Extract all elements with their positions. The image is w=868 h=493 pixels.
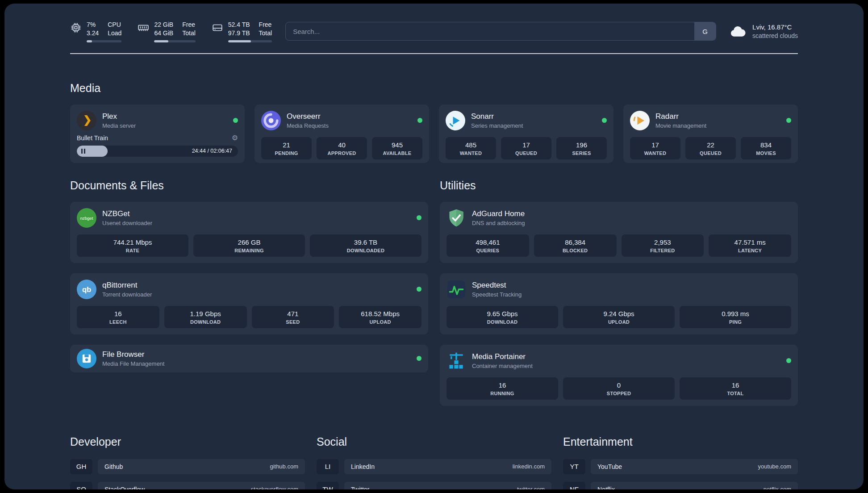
nzbget-icon[interactable]: nzbget [77,208,96,228]
bookmark-name: Netflix [597,486,615,489]
gear-icon[interactable]: ⚙ [232,134,238,142]
adguard-icon[interactable] [447,208,466,228]
qbittorrent-icon[interactable]: qb [77,280,96,299]
service-name[interactable]: Sonarr [471,112,523,121]
bookmark-stackoverflow[interactable]: SO StackOverflow stackoverflow.com [70,482,305,489]
service-subtitle: Torrent downloader [102,291,152,298]
service-subtitle: Media Requests [287,122,329,129]
stat-download: 9.65 Gbps DOWNLOAD [447,306,558,328]
status-dot [417,118,422,123]
bookmark-name: StackOverflow [104,486,145,489]
disk-labels: Free Total [259,21,272,38]
stat-approved: 40 APPROVED [317,137,367,159]
dashboard-page: 7% 3.24 CPU Load [4,4,864,489]
service-name[interactable]: Speedtest [472,281,522,290]
filebrowser-icon[interactable] [77,349,96,368]
service-card-sonarr: Sonarr Series management 485 WANTED 17 Q… [439,104,613,163]
memory-values: 22 GiB 64 GiB [154,21,173,38]
memory-free: 22 GiB [154,21,173,29]
track-title: Bullet Train [77,134,108,142]
now-playing-widget: Bullet Train ⚙ 24:44 / 02:06:47 [77,134,238,157]
service-card-speedtest: Speedtest Speedtest Tracking 9.65 Gbps D… [440,273,798,334]
cpu-widget: 7% 3.24 CPU Load [70,21,121,42]
bookmark-domain: linkedin.com [513,463,545,470]
speedtest-icon[interactable] [447,280,466,299]
section-title-media: Media [70,82,798,95]
cpu-values: 7% 3.24 [87,21,99,38]
cpu-progress-bar [87,40,121,42]
service-subtitle: Media File Management [102,360,164,367]
weather-widget: Lviv, 16.87°C scattered clouds [730,23,798,40]
stat-available: 945 AVAILABLE [372,137,422,159]
search-input[interactable] [286,22,694,40]
weather-condition: scattered clouds [752,32,798,40]
stat-latency: 47.571 ms LATENCY [709,234,791,257]
topbar-divider [70,53,798,54]
memory-icon [138,22,149,33]
bookmark-domain: youtube.com [758,463,791,470]
radarr-icon[interactable] [630,111,650,130]
stat-queries: 498,461 QUERIES [447,234,529,257]
bookmark-name: YouTube [597,463,622,470]
service-subtitle: Media server [102,122,136,129]
bookmark-twitter[interactable]: TW Twitter twitter.com [317,482,551,489]
cpu-labels: CPU Load [108,21,121,38]
service-name[interactable]: NZBGet [102,209,152,218]
memory-labels: Free Total [182,21,196,38]
service-subtitle: Container management [472,363,533,369]
bookmark-domain: github.com [270,463,298,470]
bookmark-domain: twitter.com [517,486,545,489]
disk-icon [212,22,223,33]
disk-progress-bar [228,40,272,42]
service-name[interactable]: AdGuard Home [472,209,525,218]
portainer-icon[interactable] [447,351,466,371]
stat-wanted: 485 WANTED [446,137,496,159]
bookmark-abbr: GH [70,459,92,474]
service-name[interactable]: qBittorrent [102,281,152,290]
stat-ping: 0.993 ms PING [680,306,791,328]
stat-pending: 21 PENDING [261,137,312,159]
stat-upload: 618.52 Mbps UPLOAD [339,306,421,328]
disk-widget: 52.4 TB 97.9 TB Free Total [212,21,272,42]
service-card-qbittorrent: qb qBittorrent Torrent downloader 16 [70,273,428,334]
bookmark-abbr: NF [563,482,585,489]
bookmark-abbr: TW [317,482,339,489]
stat-queued: 17 QUEUED [501,137,551,159]
resource-widgets: 7% 3.24 CPU Load [70,21,272,42]
status-dot [417,356,421,361]
section-title-utilities: Utilities [440,179,798,192]
bookmark-github[interactable]: GH Github github.com [70,459,305,474]
service-subtitle: Usenet downloader [102,220,152,226]
service-name[interactable]: Radarr [655,112,706,121]
service-name[interactable]: Overseerr [287,112,329,121]
section-media: Media Plex Media server [70,82,798,163]
status-dot [602,118,607,123]
pause-button[interactable] [81,149,85,154]
service-card-nzbget: nzbget NZBGet Usenet downloader 744.21 M… [70,202,428,263]
memory-widget: 22 GiB 64 GiB Free Total [138,21,195,42]
weather-location: Lviv, 16.87°C [752,23,798,32]
stat-blocked: 86,384 BLOCKED [534,234,617,257]
cpu-percent: 7% [87,21,99,29]
cloud-icon [730,25,747,38]
bookmark-abbr: LI [317,459,339,474]
memory-readout: 22 GiB 64 GiB Free Total [154,21,195,42]
bookmark-linkedin[interactable]: LI LinkedIn linkedin.com [317,459,551,474]
stat-download: 1.19 Gbps DOWNLOAD [164,306,247,328]
bookmark-youtube[interactable]: YT YouTube youtube.com [563,459,798,474]
service-name[interactable]: File Browser [102,350,164,359]
service-name[interactable]: Plex [102,112,136,121]
disk-values: 52.4 TB 97.9 TB [228,21,250,38]
stat-wanted: 17 WANTED [630,137,680,159]
section-utilities: Utilities AdGuard Home DNS and adblockin… [440,179,798,406]
section-title-social: Social [317,435,551,448]
bookmark-group-entertainment: Entertainment YT YouTube youtube.com NF … [563,435,798,489]
stat-running: 16 RUNNING [447,377,558,400]
bookmark-netflix[interactable]: NF Netflix netflix.com [563,482,798,489]
search-provider-button[interactable]: G [694,22,716,40]
service-name[interactable]: Media Portainer [472,352,533,361]
sonarr-icon[interactable] [446,111,465,130]
playback-progress-bar[interactable]: 24:44 / 02:06:47 [77,146,238,157]
plex-icon[interactable] [77,111,96,130]
overseerr-icon[interactable] [261,111,281,130]
